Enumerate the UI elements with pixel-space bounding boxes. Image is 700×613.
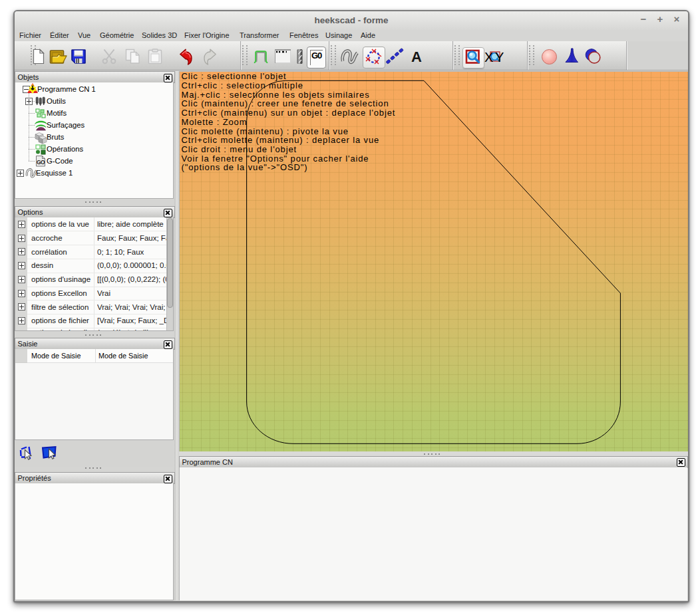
svg-text:Y: Y: [495, 50, 504, 64]
svg-text:GO: GO: [37, 159, 45, 166]
svg-text:X: X: [484, 50, 493, 64]
